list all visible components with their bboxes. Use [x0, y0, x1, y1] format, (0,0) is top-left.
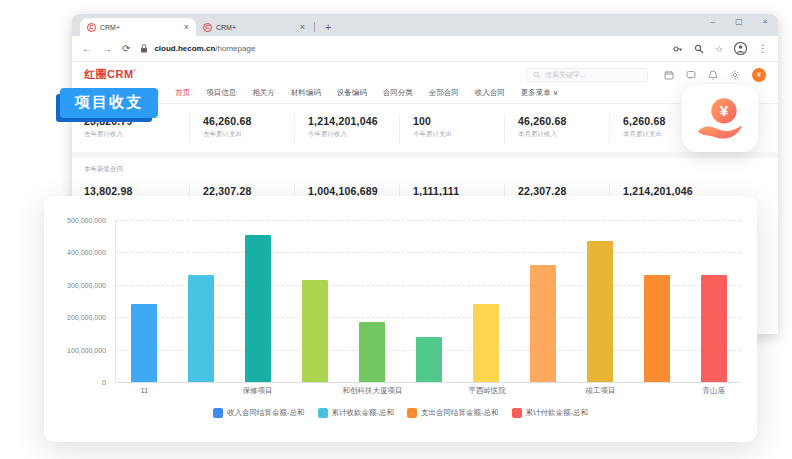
window-controls: – ▢ × [700, 14, 778, 30]
new-tab-button[interactable]: + [325, 21, 331, 33]
x-tick-label: 竣工项目 [572, 386, 629, 396]
bar-保修项目[interactable] [245, 235, 271, 382]
bar-和创科技大厦项目[interactable] [359, 322, 385, 382]
bar-11[interactable] [131, 304, 157, 382]
crm-logo: 红圈CRM° [84, 67, 136, 82]
user-avatar[interactable]: ¥ [752, 68, 766, 82]
window-maximize-button[interactable]: ▢ [726, 14, 752, 30]
stat-value: 13,802.98 [84, 185, 185, 197]
tab-title: CRM+ [216, 24, 296, 31]
back-button-icon[interactable]: ← [82, 43, 92, 54]
message-icon[interactable] [686, 70, 696, 80]
bar-col-2[interactable] [188, 275, 214, 382]
bar-slot [173, 275, 230, 382]
nav-item-2[interactable]: 首页 [175, 88, 190, 98]
y-tick-label: 300,000,000 [67, 281, 106, 288]
header-icons: ¥ [664, 68, 766, 82]
search-input[interactable]: 搜索关键字... [526, 68, 648, 82]
crm-favicon-icon: C [203, 23, 212, 32]
bar-青山庙[interactable] [701, 275, 727, 382]
bar-slot [457, 304, 514, 382]
x-tick-label [402, 386, 459, 396]
tab-close-icon[interactable]: × [300, 22, 305, 32]
bar-平西岭医院[interactable] [473, 304, 499, 382]
legend-swatch-icon [512, 408, 522, 418]
profile-avatar-icon[interactable] [734, 42, 747, 55]
legend-label: 累计付款金额-总和 [526, 408, 589, 418]
zoom-icon[interactable] [694, 44, 704, 54]
bar-col-10[interactable] [644, 275, 670, 382]
svg-text:¥: ¥ [720, 102, 729, 119]
legend-item-1[interactable]: 收入合同结算金额-总和 [213, 408, 305, 418]
key-icon[interactable] [673, 44, 683, 54]
crm-favicon-icon: C [87, 23, 96, 32]
tab-separator [314, 22, 315, 32]
browser-tab-2[interactable]: C CRM+ × [196, 18, 312, 36]
bar-col-8[interactable] [530, 265, 556, 382]
y-tick-label: 500,000,000 [67, 217, 106, 224]
calendar-icon[interactable] [664, 70, 674, 80]
section-title: 本年新签合同 [84, 165, 766, 174]
browser-menu-icon[interactable]: ⋮ [758, 43, 768, 54]
forward-button-icon[interactable]: → [102, 43, 112, 54]
bar-slot [287, 280, 344, 382]
nav-item-3[interactable]: 项目信息 [206, 88, 236, 98]
bar-slot [401, 337, 458, 382]
chart-bars [116, 220, 742, 382]
app-header: 红圈CRM° 搜索关键字... [72, 62, 778, 85]
nav-item-7[interactable]: 合同分类 [383, 88, 413, 98]
window-minimize-button[interactable]: – [700, 14, 726, 30]
nav-item-5[interactable]: 材料编码 [291, 88, 321, 98]
nav-item-9[interactable]: 收入合同 [475, 88, 505, 98]
x-tick-label [629, 386, 686, 396]
nav-divider [158, 89, 159, 97]
legend-item-4[interactable]: 累计付款金额-总和 [512, 408, 589, 418]
x-tick-label: 11 [116, 386, 173, 396]
bar-slot [230, 235, 287, 382]
hand-coin-yen-icon: ¥ [694, 95, 746, 141]
reload-button-icon[interactable]: ⟳ [122, 43, 130, 54]
browser-urlbar: ← → ⟳ cloud.hecom.cn/homepage ☆ [72, 36, 778, 62]
legend-item-3[interactable]: 支出合同结算金额-总和 [407, 408, 499, 418]
stat-value: 22,307.28 [203, 185, 290, 197]
project-income-expense-badge: 项目收支 [60, 88, 158, 118]
nav-item-10[interactable]: 更多菜单 ∨ [521, 88, 559, 98]
stat-item-4: 100今年累计支出 [399, 114, 504, 143]
browser-tab-1[interactable]: C CRM+ × [80, 18, 196, 36]
chart-card: 500,000,000400,000,000300,000,000200,000… [44, 196, 757, 442]
nav-item-8[interactable]: 全部合同 [429, 88, 459, 98]
lock-icon [140, 44, 148, 53]
tab-close-icon[interactable]: × [184, 22, 189, 32]
stat-item-3: 1,214,201,046今年累计收入 [294, 114, 399, 143]
url-path: /homepage [215, 44, 255, 53]
legend-swatch-icon [318, 408, 328, 418]
x-tick-label: 平西岭医院 [459, 386, 516, 396]
x-tick-label: 青山庙 [685, 386, 742, 396]
legend-label: 支出合同结算金额-总和 [421, 408, 499, 418]
nav-item-4[interactable]: 相关方 [252, 88, 275, 98]
bookmark-star-icon[interactable]: ☆ [715, 44, 723, 54]
stat-label: 去年累计收入 [84, 130, 185, 139]
stat-value: 22,307.28 [518, 185, 605, 197]
url-domain: cloud.hecom.cn [154, 44, 215, 53]
stat-label: 今年累计支出 [413, 130, 500, 139]
window-close-button[interactable]: × [752, 14, 778, 30]
x-tick-label [173, 386, 230, 396]
stat-item-1: 23,820.79去年累计收入 [84, 114, 189, 143]
legend-item-2[interactable]: 累计收款金额-总和 [318, 408, 395, 418]
stat-label: 去年累计支出 [203, 130, 290, 139]
app-nav: ≡ 管理驾驶舱首页项目信息相关方材料编码设备编码合同分类全部合同收入合同更多菜单… [72, 85, 778, 104]
bar-col-6[interactable] [416, 337, 442, 382]
badge-label: 项目收支 [75, 93, 143, 110]
bar-col-4[interactable] [302, 280, 328, 382]
stat-item-5: 46,260.68本月累计收入 [504, 114, 609, 143]
bar-竣工项目[interactable] [587, 241, 613, 382]
stat-value: 1,214,201,046 [308, 115, 395, 127]
bar-slot [685, 275, 742, 382]
url-text[interactable]: cloud.hecom.cn/homepage [154, 44, 255, 53]
x-tick-label: 保修项目 [229, 386, 286, 396]
bell-icon[interactable] [708, 70, 718, 80]
nav-item-6[interactable]: 设备编码 [337, 88, 367, 98]
gear-icon[interactable] [730, 70, 740, 80]
y-tick-label: 200,000,000 [67, 314, 106, 321]
